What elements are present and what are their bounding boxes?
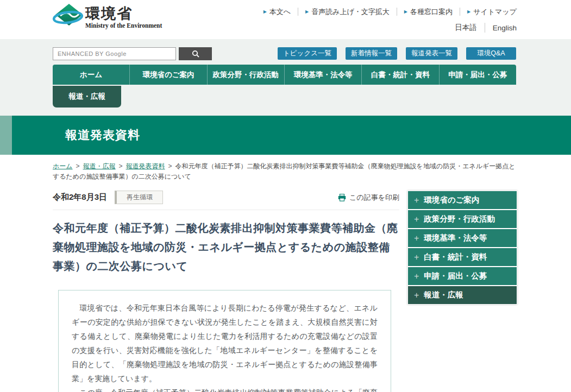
sidebar-item-label: 白書・統計・資料	[424, 252, 487, 262]
link-sitemap[interactable]: ▶サイトマップ	[460, 8, 517, 16]
sidebar-item-standards-laws[interactable]: +環境基準・法令等	[408, 229, 517, 247]
main-nav: ホーム 環境省のご案内 政策分野・行政活動 環境基準・法令等 白書・統計・資料 …	[53, 65, 516, 85]
sidebar-item-label: 報道・広報	[424, 290, 463, 300]
search-button[interactable]	[179, 47, 212, 60]
nav-item-home[interactable]: ホーム	[53, 65, 130, 85]
print-link[interactable]: この記事を印刷	[338, 193, 399, 203]
logo-subtitle: Ministry of the Environment	[85, 22, 162, 29]
sidebar-item-policies[interactable]: +政策分野・行政活動	[408, 210, 517, 228]
print-link-label: この記事を印刷	[349, 193, 399, 203]
lang-japanese[interactable]: 日本語	[447, 23, 485, 33]
site-header: 環境省 Ministry of the Environment ▶本文へ ▶音声…	[0, 0, 571, 39]
sidebar-item-label: 環境基準・法令等	[424, 233, 487, 243]
breadcrumb-separator: >	[76, 162, 80, 170]
sidebar-item-whitepapers-stats[interactable]: +白書・統計・資料	[408, 248, 517, 266]
logo-title: 環境省	[85, 6, 162, 22]
header-band: トピックス一覧 新着情報一覧 報道発表一覧 環境Q&A ホーム 環境省のご案内 …	[0, 39, 571, 116]
printer-icon	[338, 194, 346, 201]
article-meta: 令和2年8月3日 再生循環 この記事を印刷	[53, 191, 399, 210]
plus-icon: +	[414, 290, 419, 300]
plus-icon: +	[414, 233, 419, 243]
sidebar-item-label: 申請・届出・公募	[424, 271, 487, 281]
search-input[interactable]	[53, 47, 176, 60]
article-date: 令和2年8月3日	[53, 192, 107, 203]
link-to-main-text[interactable]: ▶本文へ	[256, 8, 298, 16]
breadcrumb-separator: >	[119, 162, 123, 170]
nav-item-whitepapers-stats[interactable]: 白書・統計・資料	[362, 65, 439, 85]
arrow-right-icon: ▶	[404, 10, 407, 14]
plus-icon: +	[414, 214, 419, 224]
arrow-right-icon: ▶	[305, 10, 309, 14]
article-title: 令和元年度（補正予算）二酸化炭素排出抑制対策事業費等補助金（廃棄物処理施設を地域…	[53, 219, 399, 276]
sidebar-item-applications[interactable]: +申請・届出・公募	[408, 267, 517, 285]
category-tag[interactable]: 再生循環	[115, 191, 163, 204]
article-body: 環境省では、令和元年東日本台風等により長期にわたる停電が発生するなど、エネルギー…	[58, 290, 391, 392]
utility-links: ▶本文へ ▶音声読み上げ・文字拡大 ▶各種窓口案内 ▶サイトマップ	[256, 8, 517, 16]
nav-item-standards-laws[interactable]: 環境基準・法令等	[285, 65, 362, 85]
page-title: 報道発表資料	[65, 127, 140, 143]
breadcrumb-separator: >	[168, 162, 172, 170]
arrow-right-icon: ▶	[263, 10, 267, 14]
page: 環境省 Ministry of the Environment ▶本文へ ▶音声…	[0, 0, 571, 392]
whats-new-list-button[interactable]: 新着情報一覧	[346, 47, 397, 60]
article-paragraph: 環境省では、令和元年東日本台風等により長期にわたる停電が発生するなど、エネルギー…	[72, 301, 378, 385]
link-contact-guide[interactable]: ▶各種窓口案内	[397, 8, 460, 16]
sidebar-item-label: 政策分野・行政活動	[424, 214, 495, 224]
search-area	[53, 47, 212, 60]
plus-icon: +	[414, 252, 419, 262]
nav-item-about-moe[interactable]: 環境省のご案内	[130, 65, 207, 85]
main-column: 令和2年8月3日 再生循環 この記事を印刷 令和元年度（補正予算）二酸化炭素排出…	[53, 191, 399, 392]
language-switcher: 日本語 English	[447, 23, 517, 33]
nav-item-policies[interactable]: 政策分野・行政活動	[208, 65, 285, 85]
breadcrumb: ホーム>報道・広報>報道発表資料>令和元年度（補正予算）二酸化炭素排出抑制対策事…	[0, 155, 571, 182]
press-release-list-button[interactable]: 報道発表一覧	[406, 47, 457, 60]
plus-icon: +	[414, 271, 419, 281]
topics-list-button[interactable]: トピックス一覧	[278, 47, 337, 60]
moe-logo[interactable]: 環境省 Ministry of the Environment	[53, 0, 162, 31]
article-paragraph: この度、令和元年度（補正予算）二酸化炭素排出抑制対策事業費等補助金による「廃棄物…	[72, 386, 378, 392]
moe-logo-icon	[53, 3, 84, 31]
plus-icon: +	[414, 195, 419, 205]
banner-accent-strip	[0, 116, 12, 155]
nav-tab-press-pr[interactable]: 報道・広報	[53, 86, 121, 108]
breadcrumb-press-releases[interactable]: 報道発表資料	[126, 162, 165, 170]
sidebar-menu: +環境省のご案内 +政策分野・行政活動 +環境基準・法令等 +白書・統計・資料 …	[407, 191, 517, 305]
quick-links: トピックス一覧 新着情報一覧 報道発表一覧 環境Q&A	[278, 47, 516, 60]
sidebar-item-label: 環境省のご案内	[424, 195, 479, 205]
lang-english[interactable]: English	[485, 24, 517, 32]
environment-qa-button[interactable]: 環境Q&A	[466, 47, 516, 60]
breadcrumb-press-pr[interactable]: 報道・広報	[83, 162, 116, 170]
breadcrumb-home[interactable]: ホーム	[53, 162, 73, 170]
sidebar-item-press-pr[interactable]: +報道・広報	[408, 286, 517, 304]
link-accessibility[interactable]: ▶音声読み上げ・文字拡大	[298, 8, 397, 16]
content-area: 令和2年8月3日 再生循環 この記事を印刷 令和元年度（補正予算）二酸化炭素排出…	[0, 182, 571, 392]
sidebar-item-about-moe[interactable]: +環境省のご案内	[408, 191, 517, 209]
magnifier-icon	[192, 50, 199, 58]
nav-item-applications[interactable]: 申請・届出・公募	[440, 65, 516, 85]
arrow-right-icon: ▶	[467, 10, 470, 14]
page-banner: 報道発表資料	[0, 116, 571, 155]
